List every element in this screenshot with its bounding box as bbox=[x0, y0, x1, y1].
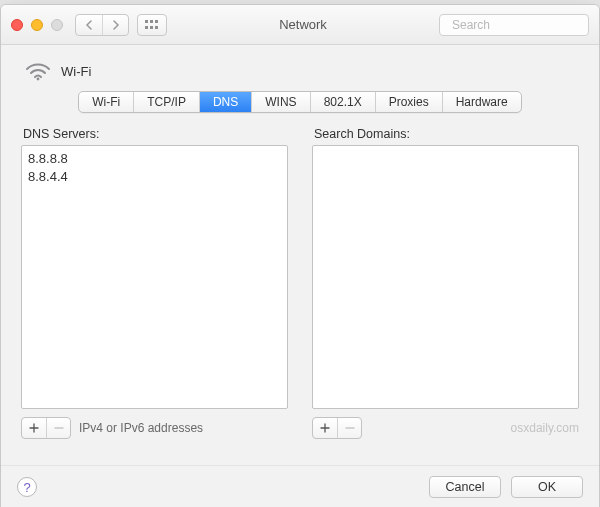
maximize-icon bbox=[51, 19, 63, 31]
wifi-icon bbox=[25, 61, 51, 81]
tabbar: Wi-FiTCP/IPDNSWINS802.1XProxiesHardware bbox=[21, 91, 579, 113]
list-item[interactable]: 8.8.4.4 bbox=[28, 168, 281, 186]
dns-hint: IPv4 or IPv6 addresses bbox=[79, 421, 203, 435]
dns-remove-button[interactable] bbox=[46, 418, 70, 438]
tabs: Wi-FiTCP/IPDNSWINS802.1XProxiesHardware bbox=[78, 91, 521, 113]
panels: DNS Servers: 8.8.8.88.8.4.4 IPv4 or IPv6… bbox=[21, 127, 579, 439]
list-item[interactable]: 8.8.8.8 bbox=[28, 150, 281, 168]
titlebar: Network bbox=[1, 5, 599, 45]
window-controls bbox=[11, 19, 63, 31]
chevron-left-icon bbox=[85, 20, 93, 30]
show-all-button[interactable] bbox=[137, 14, 167, 36]
plus-icon bbox=[320, 423, 330, 433]
minimize-icon[interactable] bbox=[31, 19, 43, 31]
ok-button[interactable]: OK bbox=[511, 476, 583, 498]
chevron-right-icon bbox=[112, 20, 120, 30]
search-domains-footer: osxdaily.com bbox=[312, 417, 579, 439]
tab-proxies[interactable]: Proxies bbox=[376, 92, 443, 112]
search-domains-list[interactable] bbox=[312, 145, 579, 409]
preferences-window: Network Wi-Fi Wi-FiTCP/IPDNSWINS802.1XPr… bbox=[0, 4, 600, 507]
dns-servers-label: DNS Servers: bbox=[21, 127, 288, 141]
close-icon[interactable] bbox=[11, 19, 23, 31]
tab-tcpip[interactable]: TCP/IP bbox=[134, 92, 200, 112]
interface-header: Wi-Fi bbox=[25, 61, 579, 81]
svg-rect-0 bbox=[145, 20, 148, 23]
svg-rect-3 bbox=[145, 26, 148, 29]
search-field[interactable] bbox=[439, 14, 589, 36]
minus-icon bbox=[345, 423, 355, 433]
window-title: Network bbox=[175, 17, 431, 32]
tab-8021x[interactable]: 802.1X bbox=[311, 92, 376, 112]
search-input[interactable] bbox=[450, 17, 600, 33]
tab-dns[interactable]: DNS bbox=[200, 92, 252, 112]
nav-forward-button[interactable] bbox=[102, 15, 128, 35]
grid-icon bbox=[145, 20, 159, 30]
tab-wins[interactable]: WINS bbox=[252, 92, 310, 112]
sd-remove-button[interactable] bbox=[337, 418, 361, 438]
nav-back-forward bbox=[75, 14, 129, 36]
help-button[interactable]: ? bbox=[17, 477, 37, 497]
nav-back-button[interactable] bbox=[76, 15, 102, 35]
svg-rect-2 bbox=[155, 20, 158, 23]
svg-rect-4 bbox=[150, 26, 153, 29]
interface-name: Wi-Fi bbox=[61, 64, 91, 79]
sd-add-button[interactable] bbox=[313, 418, 337, 438]
plus-icon bbox=[29, 423, 39, 433]
help-icon: ? bbox=[23, 480, 30, 495]
minus-icon bbox=[54, 423, 64, 433]
cancel-button[interactable]: Cancel bbox=[429, 476, 501, 498]
sd-add-remove bbox=[312, 417, 362, 439]
tab-hardware[interactable]: Hardware bbox=[443, 92, 521, 112]
content: Wi-Fi Wi-FiTCP/IPDNSWINS802.1XProxiesHar… bbox=[1, 45, 599, 453]
dns-add-button[interactable] bbox=[22, 418, 46, 438]
svg-rect-1 bbox=[150, 20, 153, 23]
search-domains-label: Search Domains: bbox=[312, 127, 579, 141]
watermark-text: osxdaily.com bbox=[511, 421, 579, 435]
dns-panel-footer: IPv4 or IPv6 addresses bbox=[21, 417, 288, 439]
dns-servers-panel: DNS Servers: 8.8.8.88.8.4.4 IPv4 or IPv6… bbox=[21, 127, 288, 439]
svg-point-8 bbox=[37, 78, 40, 81]
tab-wifi[interactable]: Wi-Fi bbox=[79, 92, 134, 112]
svg-rect-5 bbox=[155, 26, 158, 29]
dns-add-remove bbox=[21, 417, 71, 439]
dns-servers-list[interactable]: 8.8.8.88.8.4.4 bbox=[21, 145, 288, 409]
footer: ? Cancel OK bbox=[1, 465, 599, 507]
search-domains-panel: Search Domains: osxdaily.com bbox=[312, 127, 579, 439]
